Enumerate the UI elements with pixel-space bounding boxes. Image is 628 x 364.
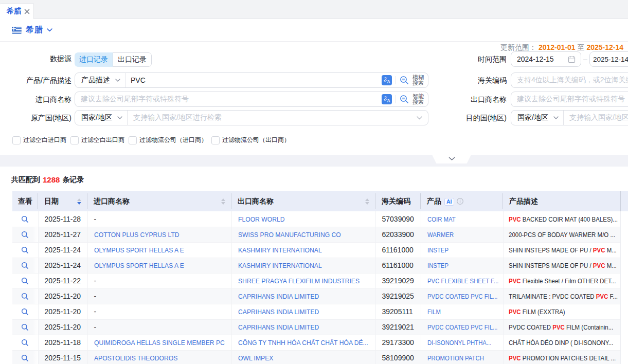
exporter-link[interactable]: KASHMIRY INTERNATIONAL (238, 262, 322, 269)
col-header-description: 产品描述 (503, 191, 620, 211)
checkbox-icon[interactable] (211, 136, 220, 144)
exporter-link[interactable]: SWISS PRO MANUFACTURING CO (238, 231, 341, 239)
filter-checkbox-1[interactable]: 过滤空白出口商 (70, 136, 124, 144)
exporter-link[interactable]: CAPRIHANS INDIA LIMITED (238, 308, 319, 316)
view-detail-button[interactable] (21, 231, 29, 239)
view-detail-button[interactable] (21, 246, 29, 254)
table-header-row: 查看 日期 进口商名称 出口商名称 海关编码 产品AI 产品描述 (12, 191, 620, 211)
product-link[interactable]: COIR MAT (427, 215, 456, 223)
translate-icon[interactable]: 文A (382, 94, 392, 104)
exporter-link[interactable]: FLOOR WORLD (238, 215, 284, 223)
hscode-cell: 57039090 (375, 211, 421, 227)
product-link[interactable]: DI-ISONONYL PHTHA... (427, 339, 491, 347)
exporter-link[interactable]: KASHMIRY INTERNATIONAL (238, 246, 322, 254)
exporter-cell: CAPRIHANS INDIA LIMITED (231, 304, 375, 319)
view-detail-button[interactable] (21, 262, 29, 269)
results-table: 查看 日期 进口商名称 出口商名称 海关编码 产品AI 产品描述 2025-11… (12, 191, 628, 364)
importer-input[interactable]: 建议去除公司尾部字符或特殊符号 (75, 95, 382, 104)
smart-search-icon[interactable] (400, 95, 409, 104)
dest-country-label: 目的国(地区) (453, 114, 507, 123)
importer-cell: - (87, 304, 231, 319)
importer-link[interactable]: APOSTOLIDIS THEODOROS (94, 354, 177, 362)
view-cell (12, 350, 38, 364)
exporter-input-box[interactable]: 建议去除公司尾部字符或特殊符号 (511, 92, 628, 107)
exporter-input[interactable]: 建议去除公司尾部字符或特殊符号 (511, 95, 628, 104)
date-to-input[interactable]: 2025-12-14 (589, 51, 628, 67)
fuzzy-search-label[interactable]: 模糊 搜索 (412, 75, 424, 86)
dest-country-select-value: 国家/地区 (517, 113, 548, 122)
view-detail-button[interactable] (21, 354, 29, 362)
exporter-link[interactable]: CAPRIHANS INDIA LIMITED (238, 323, 319, 331)
product-link[interactable]: PVDC COATED PVC FIL... (427, 323, 498, 331)
product-cell: WARMER (421, 227, 503, 242)
translate-icon[interactable]: 文A (382, 75, 392, 85)
sort-icons-exporter[interactable] (365, 198, 369, 205)
exporter-cell: SHREE PRAGYA FLEXIFILM INDUSTRIES (231, 273, 375, 288)
collapse-toggle[interactable] (432, 155, 471, 163)
origin-country-input[interactable]: 支持输入国家/地区进行检索 (128, 113, 417, 122)
filter-checkbox-0[interactable]: 过滤空白进口商 (12, 136, 66, 144)
view-detail-button[interactable] (21, 293, 29, 300)
tab-greece[interactable]: 希腊 (0, 3, 34, 19)
product-link[interactable]: WARMER (427, 231, 454, 239)
svg-text:A: A (387, 98, 390, 103)
close-icon[interactable] (24, 9, 30, 14)
importer-link[interactable]: COTTON PLUS CYPRUS LTD (94, 231, 180, 239)
filter-checkbox-2[interactable]: 过滤物流公司（进口商） (129, 136, 207, 144)
fuzzy-search-icon[interactable] (400, 76, 409, 85)
table-row: 2025-11-18QUIMIDROGA HELLAS SINGLE MEMBE… (12, 335, 620, 350)
product-link[interactable]: PROMOTION PATCH (427, 354, 484, 362)
filter-panel: 更新范围： 2012-01-01 至 2025-12-14 数据源 进口记录 出… (0, 42, 628, 167)
date-from-input[interactable]: 2024-12-15 (511, 51, 581, 67)
view-detail-button[interactable] (21, 215, 29, 223)
view-detail-button[interactable] (21, 277, 29, 285)
product-link[interactable]: PVC FLEXIBLE SHEET F... (427, 277, 498, 285)
importer-link[interactable]: QUIMIDROGA HELLAS SINGLE MEMBER PC (94, 339, 225, 347)
importer-link[interactable]: OLYMPUS SPORT HELLAS A E (94, 262, 184, 269)
dest-country-select[interactable]: 国家/地区 (511, 111, 564, 125)
product-cell: PVC FLEXIBLE SHEET F... (421, 273, 503, 288)
view-detail-button[interactable] (21, 339, 29, 347)
hscode-cell: 39219025 (375, 288, 421, 304)
hs-code-input[interactable]: 支持4位以上海关编码，或2位海关编码加 (511, 76, 628, 85)
col-header-importer[interactable]: 进口商名称 (87, 191, 231, 211)
checkbox-icon[interactable] (70, 136, 79, 144)
col-header-exporter[interactable]: 出口商名称 (231, 191, 375, 211)
view-detail-button[interactable] (21, 308, 29, 316)
checkbox-icon[interactable] (129, 136, 137, 144)
checkbox-icon[interactable] (12, 136, 21, 144)
view-detail-button[interactable] (21, 323, 29, 331)
calendar-icon (568, 56, 576, 63)
exporter-link[interactable]: OWL IMPEX (238, 354, 273, 362)
sort-icons-date[interactable] (77, 198, 81, 205)
import-records-option[interactable]: 进口记录 (75, 52, 113, 67)
info-icon[interactable] (457, 198, 463, 205)
filter-checkbox-3[interactable]: 过滤物流公司（出口商） (211, 136, 290, 144)
exporter-link[interactable]: CAPRIHANS INDIA LIMITED (238, 293, 319, 300)
sort-icons-importer[interactable] (221, 198, 225, 205)
scrollbar-track[interactable] (620, 211, 628, 364)
importer-link[interactable]: OLYMPUS SPORT HELLAS A E (94, 246, 184, 254)
chevron-down-icon[interactable] (47, 28, 52, 32)
product-link[interactable]: FILM (427, 308, 441, 316)
checkbox-label: 过滤空白出口商 (81, 136, 124, 144)
keyword-highlight: PVC (593, 246, 605, 254)
hscode-cell: 62033900 (375, 227, 421, 242)
description-text: PVC FILM (EXXTRA) (509, 308, 565, 316)
smart-search-label[interactable]: 智能 搜索 (412, 94, 424, 105)
exporter-link[interactable]: SHREE PRAGYA FLEXIFILM INDUSTRIES (238, 277, 360, 285)
product-link[interactable]: PVDC COATED PVC FIL... (427, 293, 498, 300)
origin-country-select[interactable]: 国家/地区 (75, 111, 128, 125)
exporter-link[interactable]: CÔNG TY TNHH HÓA CHẤT CHẤT HÓA DẺ... (238, 339, 368, 347)
product-link[interactable]: INSTEP (427, 246, 448, 254)
product-search-input[interactable]: PVC (125, 76, 382, 84)
tab-label: 希腊 (7, 7, 21, 16)
product-link[interactable]: INSTEP (427, 262, 448, 269)
product-field-select[interactable]: 产品描述 (75, 73, 125, 87)
export-records-option[interactable]: 出口记录 (113, 52, 152, 67)
checkbox-label: 过滤物流公司（进口商） (139, 136, 207, 144)
dest-country-input[interactable]: 支持输入国家/地区进行检索 (564, 113, 628, 122)
col-header-date[interactable]: 日期 (38, 191, 87, 211)
hs-code-input-box[interactable]: 支持4位以上海关编码，或2位海关编码加 (511, 72, 628, 88)
table-row: 2025-11-24OLYMPUS SPORT HELLAS A EKASHMI… (12, 242, 620, 258)
